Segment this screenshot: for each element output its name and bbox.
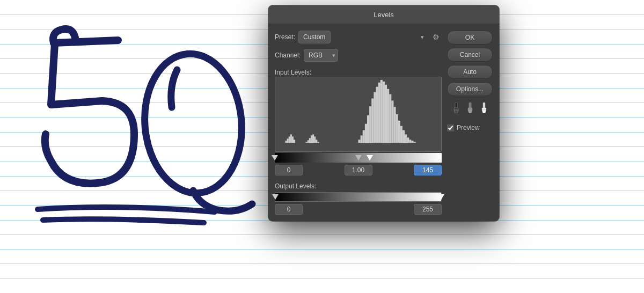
input-white-handle[interactable] [367, 155, 373, 160]
white-eyedropper-button[interactable] [478, 101, 490, 116]
svg-rect-4 [289, 136, 290, 143]
svg-rect-22 [371, 98, 374, 143]
svg-rect-15 [317, 142, 319, 143]
preset-row: Preset: Custom ⚙ [275, 31, 442, 43]
svg-rect-18 [363, 130, 365, 143]
input-levels-label: Input Levels: [275, 69, 311, 76]
svg-rect-24 [376, 87, 378, 143]
svg-rect-30 [389, 94, 391, 143]
gray-eyedropper-icon [465, 102, 475, 113]
black-eyedropper-button[interactable] [450, 101, 462, 116]
svg-rect-46 [468, 108, 472, 110]
svg-rect-25 [378, 83, 380, 143]
svg-rect-11 [311, 135, 312, 143]
options-button[interactable]: Options... [447, 82, 493, 96]
output-levels-section: Output Levels: [275, 181, 442, 215]
svg-rect-39 [409, 140, 411, 143]
channel-select[interactable]: RGB Red Green Blue [304, 49, 338, 62]
svg-marker-44 [454, 110, 458, 113]
svg-rect-12 [312, 134, 314, 143]
white-eyedropper-icon [479, 102, 489, 113]
input-black-handle[interactable] [272, 155, 278, 160]
preset-select[interactable]: Custom [298, 31, 331, 43]
svg-rect-16 [358, 140, 361, 143]
dialog-titlebar: Levels [268, 5, 499, 24]
svg-rect-40 [411, 141, 413, 143]
svg-rect-28 [385, 85, 387, 143]
ok-button[interactable]: OK [447, 31, 493, 45]
gear-button[interactable]: ⚙ [430, 32, 442, 42]
svg-rect-33 [396, 114, 398, 143]
input-slider-track[interactable] [275, 153, 442, 163]
black-eyedropper-icon [451, 102, 461, 113]
svg-marker-50 [482, 110, 486, 113]
svg-rect-32 [393, 107, 396, 143]
eyedropper-row [447, 101, 493, 116]
dialog-main: Preset: Custom ⚙ Channel: RGB Red Green … [275, 31, 442, 215]
svg-rect-17 [361, 135, 363, 143]
svg-rect-9 [308, 140, 309, 143]
preset-select-wrap: Custom [298, 31, 427, 43]
svg-rect-5 [290, 134, 292, 143]
svg-rect-20 [367, 115, 369, 143]
svg-rect-31 [391, 100, 393, 143]
svg-rect-21 [369, 106, 371, 143]
input-white-value[interactable] [414, 165, 442, 175]
svg-rect-19 [365, 124, 367, 143]
input-values-row [275, 165, 442, 175]
svg-rect-29 [387, 89, 389, 143]
svg-rect-2 [286, 141, 287, 143]
svg-rect-6 [292, 136, 294, 143]
levels-dialog: Levels Preset: Custom ⚙ Channel: RGB [268, 5, 499, 221]
preset-label: Preset: [275, 33, 295, 41]
output-white-value[interactable] [414, 204, 442, 215]
svg-rect-35 [400, 126, 402, 143]
svg-rect-37 [405, 134, 407, 143]
svg-rect-10 [309, 138, 311, 143]
preview-checkbox[interactable] [447, 124, 454, 131]
preview-label: Preview [457, 124, 480, 131]
auto-button[interactable]: Auto [447, 65, 493, 79]
svg-rect-27 [383, 82, 385, 143]
input-gamma-handle[interactable] [355, 155, 362, 160]
svg-marker-47 [468, 110, 472, 113]
svg-rect-7 [294, 140, 295, 143]
cancel-button[interactable]: Cancel [447, 48, 493, 62]
dialog-buttons-column: OK Cancel Auto Options... [447, 31, 493, 215]
channel-select-wrap: RGB Red Green Blue [304, 49, 338, 62]
svg-rect-3 [287, 138, 289, 143]
output-black-handle[interactable] [272, 194, 279, 200]
svg-rect-49 [482, 108, 486, 110]
output-levels-label: Output Levels: [275, 182, 316, 190]
output-white-handle[interactable] [438, 194, 444, 200]
svg-rect-41 [414, 142, 416, 143]
histogram-container [275, 77, 442, 152]
svg-rect-26 [380, 80, 383, 143]
svg-rect-13 [314, 136, 316, 143]
input-levels-section: Input Levels: [275, 67, 442, 175]
svg-rect-36 [402, 130, 405, 143]
dialog-title: Levels [374, 11, 394, 19]
channel-row: Channel: RGB Red Green Blue [275, 49, 442, 62]
input-black-value[interactable] [275, 165, 303, 175]
svg-point-0 [139, 50, 247, 197]
svg-rect-43 [454, 108, 458, 110]
output-slider-track[interactable] [275, 192, 442, 202]
svg-rect-38 [407, 137, 409, 143]
input-gamma-value[interactable] [345, 165, 372, 175]
svg-rect-34 [398, 121, 400, 143]
output-black-value[interactable] [275, 204, 303, 215]
svg-rect-14 [316, 140, 317, 143]
gray-eyedropper-button[interactable] [464, 101, 476, 116]
svg-rect-8 [306, 142, 308, 143]
channel-label: Channel: [275, 52, 301, 59]
histogram-svg [275, 77, 441, 151]
dialog-body: Preset: Custom ⚙ Channel: RGB Red Green … [268, 24, 499, 221]
svg-rect-23 [374, 92, 376, 143]
output-values-row [275, 204, 442, 215]
preview-row: Preview [447, 124, 493, 131]
handwriting-50 [11, 11, 268, 284]
